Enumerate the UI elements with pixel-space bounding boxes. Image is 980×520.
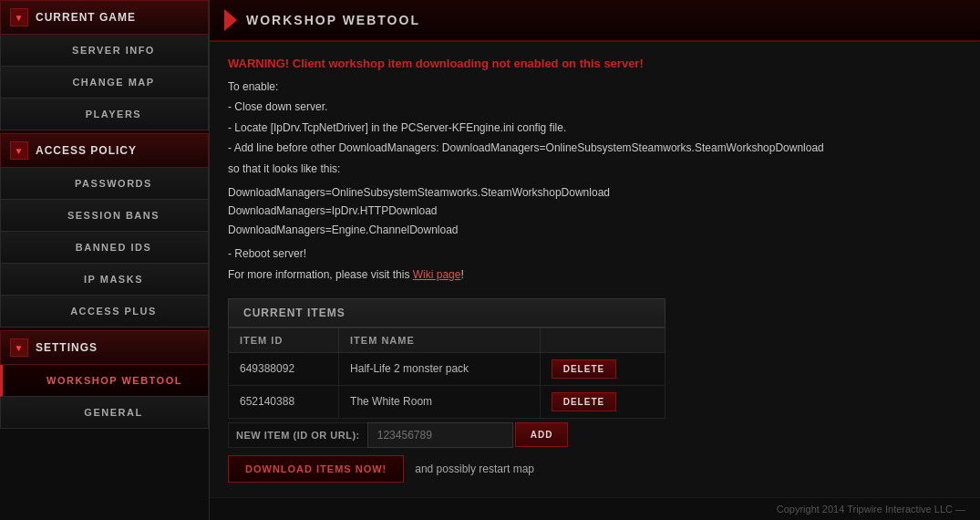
item-id-cell: 649388092: [229, 352, 339, 385]
settings-section[interactable]: ▼ SETTINGS: [0, 330, 209, 365]
table-row: 649388092 Half-Life 2 monster pack DELET…: [229, 352, 665, 385]
sidebar-item-banned-ids[interactable]: BANNED IDS: [0, 232, 209, 264]
download-note: and possibly restart map: [415, 463, 534, 475]
items-table-container: CURRENT ITEMS ITEM ID ITEM NAME 64938809…: [228, 298, 962, 483]
dm1: DownloadManagers=OnlineSubsystemSteamwor…: [228, 183, 962, 202]
current-game-arrow: ▼: [10, 8, 28, 26]
sidebar-item-server-info[interactable]: SERVER INFO: [0, 35, 209, 67]
wiki-pre-text: For more information, please visit this: [228, 268, 413, 281]
item-id-cell: 652140388: [229, 385, 339, 418]
instruction-line3: - Locate [IpDrv.TcpNetDriver] in the PCS…: [228, 119, 962, 137]
sidebar-item-passwords[interactable]: PASSWORDS: [0, 168, 209, 200]
items-header: CURRENT ITEMS: [228, 298, 665, 328]
col-item-id: ITEM ID: [229, 328, 339, 352]
items-table: ITEM ID ITEM NAME 649388092 Half-Life 2 …: [228, 328, 665, 419]
item-name-cell: The White Room: [339, 385, 541, 418]
main-content: WORKSHOP WEBTOOL WARNING! Client worksho…: [210, 0, 980, 520]
add-button[interactable]: ADD: [515, 422, 569, 447]
sidebar-item-players[interactable]: PLAYERS: [0, 99, 209, 130]
warning-text: WARNING! Client workshop item downloadin…: [228, 57, 962, 70]
instruction-line6: - Reboot server!: [228, 244, 962, 263]
item-delete-cell: DELETE: [540, 385, 665, 418]
item-delete-cell: DELETE: [540, 352, 665, 385]
main-header: WORKSHOP WEBTOOL: [210, 0, 980, 42]
instruction-line5: so that it looks like this:: [228, 160, 962, 178]
sidebar-item-workshop-webtool[interactable]: WORKSHOP WEBTOOL: [0, 365, 209, 397]
download-now-button[interactable]: DOWNLOAD ITEMS NOW!: [228, 455, 404, 483]
header-triangle: [224, 9, 237, 31]
instruction-line2: - Close down server.: [228, 98, 962, 116]
access-policy-section[interactable]: ▼ ACCESS POLICY: [0, 133, 209, 168]
table-row: 652140388 The White Room DELETE: [229, 385, 665, 418]
footer-text: Copyright 2014 Tripwire Interactive LLC …: [777, 504, 965, 515]
col-delete: [540, 328, 665, 352]
col-item-name: ITEM NAME: [339, 328, 541, 352]
main-body: WARNING! Client workshop item downloadin…: [210, 42, 980, 497]
access-policy-label: ACCESS POLICY: [36, 144, 137, 157]
sidebar-item-ip-masks[interactable]: IP MASKS: [0, 264, 209, 296]
footer: Copyright 2014 Tripwire Interactive LLC …: [210, 497, 980, 520]
delete-button[interactable]: DELETE: [552, 359, 616, 379]
current-game-section[interactable]: ▼ CURRENT GAME: [0, 0, 209, 35]
add-item-row: NEW ITEM (ID OR URL): ADD: [228, 422, 962, 448]
dm2: DownloadManagers=IpDrv.HTTPDownload: [228, 202, 962, 220]
instruction-line1: To enable:: [228, 78, 962, 96]
new-item-input[interactable]: [367, 422, 513, 448]
dm3: DownloadManagers=Engine.ChannelDownload: [228, 221, 962, 239]
instruction-line7: For more information, please visit this …: [228, 265, 962, 284]
settings-arrow: ▼: [10, 338, 28, 357]
settings-label: SETTINGS: [36, 341, 98, 354]
sidebar-item-session-bans[interactable]: SESSION BANS: [0, 200, 209, 232]
current-game-label: CURRENT GAME: [36, 11, 136, 24]
sidebar-item-change-map[interactable]: CHANGE MAP: [0, 67, 209, 99]
instruction-line4: - Add line before other DownloadManagers…: [228, 139, 962, 157]
item-name-cell: Half-Life 2 monster pack: [339, 352, 541, 385]
access-policy-arrow: ▼: [10, 141, 28, 160]
download-managers: DownloadManagers=OnlineSubsystemSteamwor…: [228, 183, 962, 239]
delete-button[interactable]: DELETE: [552, 392, 616, 411]
new-item-label: NEW ITEM (ID OR URL):: [228, 422, 367, 448]
sidebar-item-general[interactable]: GENERAL: [0, 397, 209, 429]
wiki-post-text: !: [460, 268, 463, 281]
download-now-row: DOWNLOAD ITEMS NOW! and possibly restart…: [228, 455, 962, 483]
page-title: WORKSHOP WEBTOOL: [246, 13, 420, 27]
sidebar-item-access-plus[interactable]: ACCESS PLUS: [0, 296, 209, 328]
sidebar: ▼ CURRENT GAME SERVER INFO CHANGE MAP PL…: [0, 0, 210, 520]
wiki-link[interactable]: Wiki page: [413, 268, 461, 281]
